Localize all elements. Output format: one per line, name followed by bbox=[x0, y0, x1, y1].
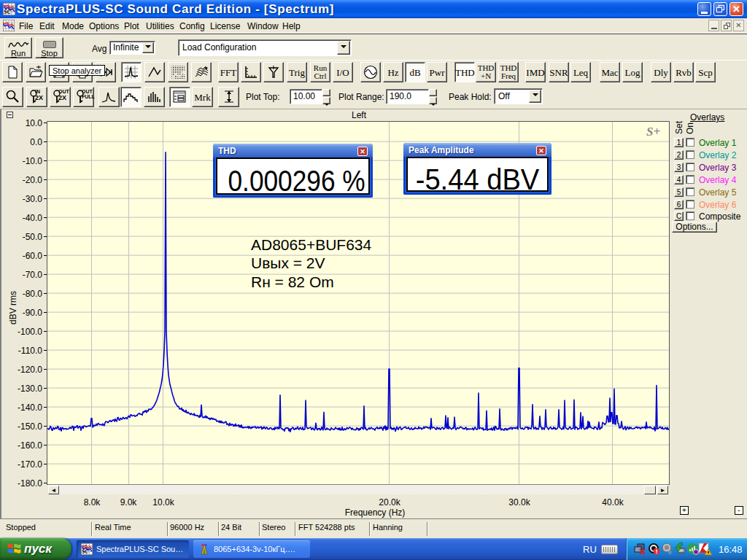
svg-text:SC: SC bbox=[4, 9, 11, 15]
svg-text:SC: SC bbox=[82, 548, 89, 555]
